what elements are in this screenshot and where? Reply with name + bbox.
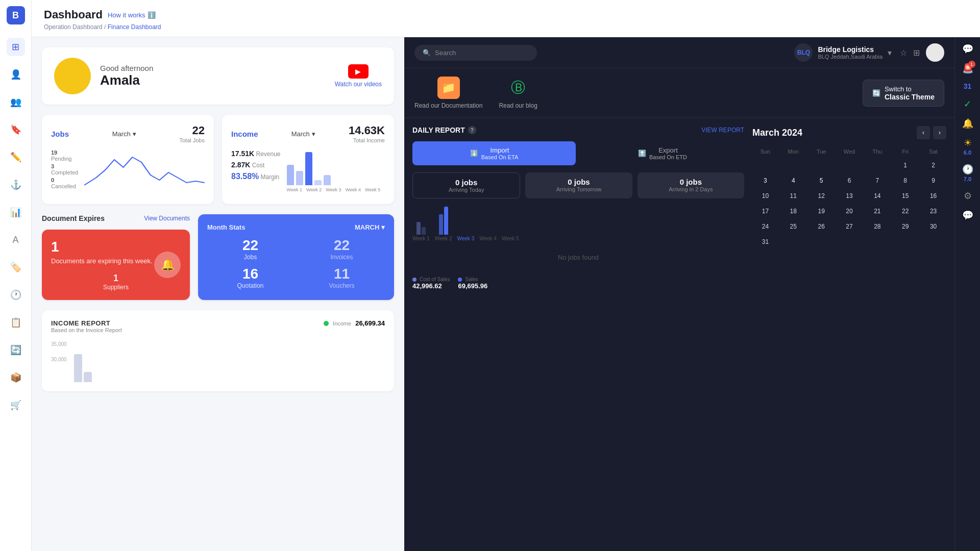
cal-day[interactable]: 16 xyxy=(920,189,946,203)
how-it-works-link[interactable]: How it works ℹ️ xyxy=(108,11,156,19)
sidebar-item-bookmarks[interactable]: 🔖 xyxy=(7,120,25,139)
sidebar-item-groups[interactable]: 👥 xyxy=(7,93,25,111)
cal-day[interactable]: 28 xyxy=(864,220,890,233)
cal-day[interactable]: 18 xyxy=(780,205,806,218)
cal-day[interactable]: 10 xyxy=(752,189,778,203)
fr-chat[interactable]: 💬 xyxy=(962,43,973,55)
cal-day[interactable]: 20 xyxy=(837,205,863,218)
cal-day[interactable]: 12 xyxy=(808,189,835,203)
jobs-month-selector[interactable]: March ▾ xyxy=(112,130,136,138)
breadcrumb-finance[interactable]: Finance Dashboard xyxy=(108,23,161,31)
sidebar-item-users[interactable]: 👤 xyxy=(7,65,25,84)
fr-bell[interactable]: 🔔 xyxy=(962,118,973,129)
no-jobs-text: No jobs found xyxy=(412,243,744,271)
cal-day[interactable]: 21 xyxy=(864,205,890,218)
cal-day xyxy=(837,159,863,172)
blog-info-item[interactable]: Ⓑ Read our blog xyxy=(499,77,537,109)
sidebar-item-docs[interactable]: 📋 xyxy=(7,313,25,332)
breadcrumb: Operation Dashboard / Finance Dashboard xyxy=(44,23,968,31)
sidebar-item-tags[interactable]: 🏷️ xyxy=(7,258,25,277)
app-logo[interactable]: B xyxy=(7,6,25,24)
cal-day[interactable]: 4 xyxy=(780,174,806,187)
chevron-down-icon[interactable]: ▾ xyxy=(888,48,892,58)
cal-day[interactable]: 11 xyxy=(780,189,806,203)
fr-check[interactable]: ✓ xyxy=(964,98,971,110)
jobs-chart-title: Jobs xyxy=(51,130,69,138)
cal-day[interactable]: 1 xyxy=(892,159,918,172)
star-icon[interactable]: ☆ xyxy=(900,48,907,58)
blog-info-label: Read our blog xyxy=(499,102,537,109)
cal-day[interactable]: 5 xyxy=(808,174,835,187)
cal-day[interactable]: 6 xyxy=(837,174,863,187)
sidebar-item-time[interactable]: 🕐 xyxy=(7,286,25,304)
sidebar-item-charts[interactable]: 📊 xyxy=(7,203,25,221)
sidebar-item-dashboard[interactable]: ⊞ xyxy=(7,38,25,56)
view-documents-link[interactable]: View Documents xyxy=(144,215,190,222)
cal-day[interactable]: 19 xyxy=(808,205,835,218)
income-month-selector[interactable]: March ▾ xyxy=(291,130,315,138)
cal-day[interactable]: 26 xyxy=(808,220,835,233)
right-body: DAILY REPORT ? VIEW REPORT ⬇️ Import Bas… xyxy=(404,118,954,551)
cal-day[interactable]: 27 xyxy=(837,220,863,233)
sidebar-item-text[interactable]: A xyxy=(7,231,25,249)
export-btn[interactable]: ⬆️ Export Based On ETD xyxy=(581,141,744,165)
sidebar-item-edit[interactable]: ✏️ xyxy=(7,148,25,166)
import-btn[interactable]: ⬇️ Import Based On ETA xyxy=(412,141,576,165)
cal-day[interactable]: 29 xyxy=(892,220,918,233)
far-right-sidebar: 💬 🚨 1 31 ✓ 🔔 ☀ 6.0 🕐 7.0 xyxy=(954,37,980,551)
doc-info-label: Read our Documentation xyxy=(414,102,482,109)
cal-day[interactable]: 7 xyxy=(864,174,890,187)
company-name: Bridge Logistics xyxy=(818,45,883,54)
cal-day xyxy=(780,235,806,248)
cal-day[interactable]: 13 xyxy=(837,189,863,203)
cal-day[interactable]: 23 xyxy=(920,205,946,218)
month-stats-month[interactable]: MARCH ▾ xyxy=(355,223,385,231)
fr-version: ☀ 6.0 xyxy=(964,137,972,156)
cal-day[interactable]: 9 xyxy=(920,174,946,187)
cal-day[interactable]: 15 xyxy=(892,189,918,203)
sidebar-item-sync[interactable]: 🔄 xyxy=(7,341,25,359)
cal-day[interactable]: 22 xyxy=(892,205,918,218)
help-icon[interactable]: ? xyxy=(468,126,476,134)
search-box[interactable]: 🔍 Search xyxy=(414,45,537,61)
grid-icon[interactable]: ⊞ xyxy=(913,48,920,58)
fr-alert[interactable]: 🚨 1 xyxy=(962,63,973,74)
sidebar-item-anchor[interactable]: ⚓ xyxy=(7,176,25,194)
ir-subtitle: Based on the Invoice Report xyxy=(51,327,122,333)
view-report-link[interactable]: VIEW REPORT xyxy=(701,127,744,134)
cal-day[interactable]: 24 xyxy=(752,220,778,233)
jobs-arriving-row: 0 jobs Arriving Today 0 jobs Arriving To… xyxy=(412,172,744,198)
doc-icon: 📁 xyxy=(437,77,460,99)
jobs-total-num: 22 xyxy=(179,124,205,137)
sidebar-item-cart[interactable]: 🛒 xyxy=(7,396,25,414)
refresh-icon: 🔄 xyxy=(872,89,880,97)
sidebar-item-packages[interactable]: 📦 xyxy=(7,368,25,387)
fr-time[interactable]: 🕐 7.0 xyxy=(962,164,973,182)
cal-day[interactable]: 31 xyxy=(752,235,778,248)
watch-videos-btn[interactable]: ▶ Watch our videos xyxy=(335,64,382,88)
cal-day xyxy=(864,235,890,248)
cal-day xyxy=(752,159,778,172)
export-icon: ⬆️ xyxy=(638,149,646,157)
fr-msg[interactable]: 💬 xyxy=(962,210,973,221)
cal-day[interactable]: 17 xyxy=(752,205,778,218)
jobs-chart-card: Jobs March ▾ 22 Total Jobs 19Pending 3Co… xyxy=(42,115,214,204)
cal-day[interactable]: 3 xyxy=(752,174,778,187)
page-title: Dashboard xyxy=(44,8,103,21)
cal-day[interactable]: 2 xyxy=(920,159,946,172)
cal-day[interactable]: 25 xyxy=(780,220,806,233)
cal-day[interactable]: 30 xyxy=(920,220,946,233)
ir-amount: 26,699.34 xyxy=(355,319,385,327)
ir-amount-row: Income 26,699.34 xyxy=(324,319,385,327)
stat-invoices: 22 Invoices xyxy=(299,237,385,261)
cal-next-btn[interactable]: › xyxy=(933,126,946,139)
user-avatar[interactable] xyxy=(926,43,944,62)
cal-day[interactable]: 14 xyxy=(864,189,890,203)
fr-calendar[interactable]: 31 xyxy=(964,82,972,90)
cal-prev-btn[interactable]: ‹ xyxy=(917,126,930,139)
cal-day[interactable]: 8 xyxy=(892,174,918,187)
calendar-section: March 2024 ‹ › Sun Mon Tue Wed Thu Fri S xyxy=(752,126,946,543)
switch-theme-btn[interactable]: 🔄 Switch to Classic Theme xyxy=(863,80,944,107)
fr-gear[interactable]: ⚙ xyxy=(964,190,972,202)
doc-info-item[interactable]: 📁 Read our Documentation xyxy=(414,77,482,109)
